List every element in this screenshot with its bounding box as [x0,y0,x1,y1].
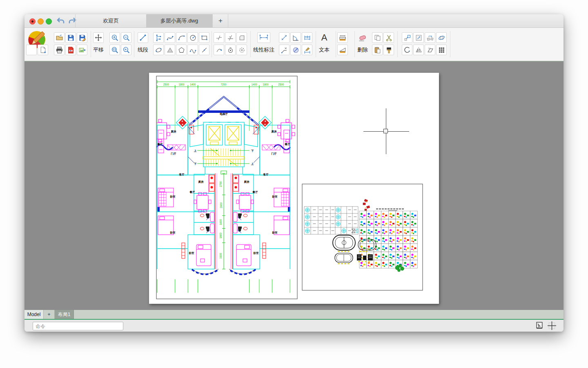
room-label: 电梯厅 [220,112,228,116]
angular-dim-button[interactable] [290,32,301,43]
array-button[interactable] [436,45,447,55]
blank-button[interactable] [26,45,37,55]
text-icon: A [321,33,327,42]
ellipse-button[interactable] [153,45,164,55]
open-file-button[interactable] [54,32,65,43]
room-label: 客厅 [179,173,185,176]
save-as-button[interactable] [77,32,87,43]
zoom-previous-button[interactable] [121,45,131,55]
format-painter-button[interactable] [383,45,394,55]
region-icon [238,34,245,41]
circle-button[interactable] [187,32,198,43]
linear-dim-button[interactable] [257,32,270,43]
stretch-icon [427,47,434,54]
rectangle-icon [201,34,208,41]
polygon-button[interactable] [176,45,187,55]
revcloud-button[interactable] [236,45,247,55]
triangle-button[interactable] [165,45,175,55]
svg-text:2500: 2500 [278,83,284,86]
measure-length-button[interactable] [337,32,348,43]
curve-button[interactable] [187,45,198,55]
svg-text:7200: 7200 [220,83,227,86]
zoom-out-button[interactable] [121,32,131,43]
region-button[interactable] [236,32,247,43]
drawing-canvas[interactable]: 2500180014007200140018002500270026001600… [24,62,564,310]
tab-model[interactable]: Model [24,310,44,319]
diameter-dim-icon [292,47,299,54]
arc-edit-button[interactable] [214,45,224,55]
add-layout-button[interactable]: + [44,310,55,319]
move-button[interactable] [402,32,412,43]
trim-button[interactable] [225,32,236,43]
tab-layout1[interactable]: 布局1 [55,310,74,319]
select-mode-button[interactable] [536,321,543,330]
close-button[interactable] [29,18,36,25]
orbit-3d-button[interactable] [436,32,447,43]
export-pdf-button[interactable] [65,45,76,55]
new-file-button[interactable] [38,45,48,55]
dim-style-button[interactable] [302,45,312,55]
stair-label: 上 [194,149,197,152]
donut-button[interactable] [225,45,236,55]
zoom-window-button[interactable] [109,45,120,55]
room-label: 厨房 [171,130,177,133]
angular-dim-icon [292,34,299,41]
tab-drawing-active[interactable]: 多层小高等.dwg [146,14,212,27]
scale-button[interactable] [413,32,424,43]
break-button[interactable] [214,32,224,43]
minimize-button[interactable] [38,18,44,25]
pan-button[interactable] [93,32,104,43]
command-input[interactable] [33,322,123,330]
title-bar: 欢迎页 多层小高等.dwg + [24,14,564,28]
revcloud-icon [238,47,245,54]
rotate-copy-button[interactable] [425,32,435,43]
tab-welcome[interactable]: 欢迎页 [75,14,146,27]
rotate-button[interactable] [402,45,412,55]
room-label: 餐厅 [252,191,258,194]
room-label: 客厅 [263,173,269,176]
svg-text:2600: 2600 [220,202,223,209]
rotate-copy-icon [427,34,434,41]
undo-icon [56,16,65,25]
crosshair-toggle-button[interactable] [548,321,556,330]
measure-area-button[interactable] [337,45,348,55]
export-image-button[interactable] [77,45,87,55]
toolbar: 平移 [24,28,564,62]
measure-area-icon [339,46,346,54]
polygon-icon [178,47,185,54]
line-button[interactable] [138,32,148,43]
scale-icon [415,34,422,41]
crosshair-toggle-icon [548,321,556,330]
arc-button[interactable] [176,32,187,43]
stair-label: 上 [251,162,254,165]
zoom-in-icon [111,34,118,41]
undo-button[interactable] [56,16,65,25]
cut-button[interactable] [383,32,394,43]
aligned-dim-button[interactable] [279,32,290,43]
delete-button[interactable] [357,32,368,43]
zoom-window-icon [111,47,118,54]
paste-button[interactable] [372,45,383,55]
copy-button[interactable] [372,32,383,43]
rectangle-button[interactable] [199,32,209,43]
stretch-button[interactable] [425,45,435,55]
ray-button[interactable] [199,45,209,55]
text-button[interactable]: A [319,32,330,43]
new-tab-button[interactable]: + [213,14,228,27]
export-pdf-icon [67,47,74,54]
polyline-button[interactable] [153,32,164,43]
zoom-button[interactable] [46,18,52,25]
zoom-in-button[interactable] [109,32,120,43]
svg-text:3300: 3300 [220,253,223,259]
continue-dim-button[interactable] [302,32,312,43]
linear-dim-icon [259,34,269,41]
svg-text:1400: 1400 [190,83,196,86]
paper-sheet[interactable]: 2500180014007200140018002500270026001600… [149,73,439,304]
ordinate-dim-button[interactable] [279,45,290,55]
diameter-dim-button[interactable] [290,45,301,55]
stair-label: 下 [194,162,197,165]
spline-button[interactable] [165,32,175,43]
save-button[interactable] [65,32,76,43]
mirror-button[interactable] [413,45,424,55]
print-button[interactable] [54,45,65,55]
